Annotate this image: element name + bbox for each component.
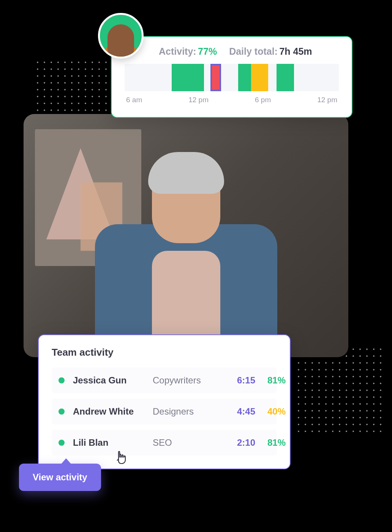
hero-image <box>24 114 348 357</box>
status-dot-icon <box>58 377 65 383</box>
activity-timeline <box>125 64 339 91</box>
activity-summary-card: Activity: 77% Daily total: 7h 45m 6 am12… <box>111 36 352 118</box>
status-dot-icon <box>58 440 65 446</box>
timeline-tick-label: 12 pm <box>317 96 337 104</box>
timeline-block-green <box>172 64 204 91</box>
member-name: Andrew White <box>73 406 149 417</box>
member-time: 6:15 <box>225 375 255 386</box>
member-name: Jessica Gun <box>73 375 149 386</box>
avatar <box>98 13 144 59</box>
status-dot-icon <box>58 408 65 415</box>
timeline-block-red <box>210 64 221 91</box>
daily-total-value: 7h 45m <box>279 46 312 57</box>
member-name: Lili Blan <box>73 437 149 448</box>
member-activity-pct: 81% <box>259 375 286 386</box>
team-activity-card: Team activity Jessica GunCopywriters6:15… <box>38 334 291 469</box>
view-activity-label: View activity <box>33 472 87 482</box>
member-activity-pct: 40% <box>259 406 286 417</box>
team-member-row[interactable]: Andrew WhiteDesigners4:4540% <box>52 399 277 424</box>
timeline-tick-label: 6 pm <box>255 96 271 104</box>
timeline-block-yellow <box>251 64 268 91</box>
activity-percentage: 77% <box>198 46 217 57</box>
timeline-tick-label: 12 pm <box>188 96 209 104</box>
view-activity-button[interactable]: View activity <box>19 464 101 491</box>
timeline-tick-label: 6 am <box>126 96 142 104</box>
member-role: SEO <box>153 437 221 448</box>
timeline-block-green <box>238 64 251 91</box>
member-time: 4:45 <box>225 406 255 417</box>
team-activity-title: Team activity <box>52 347 277 358</box>
pointer-cursor-icon <box>114 451 128 468</box>
member-role: Designers <box>153 406 221 417</box>
member-time: 2:10 <box>225 437 255 448</box>
activity-label: Activity: <box>159 46 196 57</box>
team-member-row[interactable]: Jessica GunCopywriters6:1581% <box>52 367 277 393</box>
member-role: Copywriters <box>153 375 221 386</box>
member-activity-pct: 81% <box>259 437 286 448</box>
team-member-row[interactable]: Lili BlanSEO2:1081% <box>52 430 277 456</box>
daily-total-label: Daily total: <box>229 46 278 57</box>
timeline-block-green <box>277 64 294 91</box>
timeline-labels: 6 am12 pm6 pm12 pm <box>125 96 339 104</box>
decorative-dots-bottom <box>295 346 383 433</box>
